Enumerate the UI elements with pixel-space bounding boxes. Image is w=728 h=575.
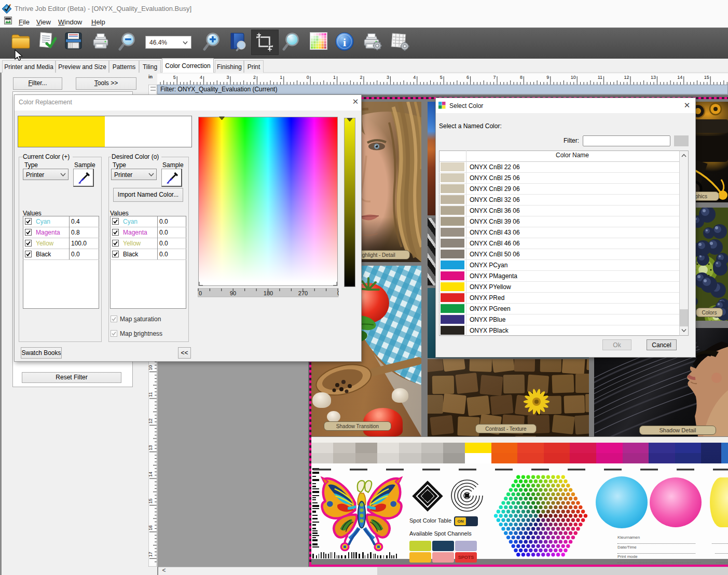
- svg-text:13: 13: [651, 75, 656, 80]
- svg-text:90: 90: [230, 290, 236, 296]
- svg-text:5: 5: [440, 75, 443, 80]
- svg-text:6: 6: [466, 75, 469, 80]
- svg-text:10: 10: [148, 365, 153, 370]
- svg-text:7: 7: [493, 75, 496, 80]
- svg-text:15: 15: [148, 498, 153, 503]
- svg-text:0: 0: [307, 75, 309, 80]
- svg-text:2: 2: [360, 75, 362, 80]
- svg-text:9: 9: [546, 75, 549, 80]
- svg-text:16: 16: [148, 525, 153, 530]
- svg-text:13: 13: [148, 445, 153, 450]
- svg-text:12: 12: [624, 75, 629, 80]
- svg-text:0: 0: [337, 290, 339, 296]
- svg-text:4: 4: [200, 75, 202, 80]
- svg-text:11: 11: [598, 75, 602, 80]
- svg-text:14: 14: [677, 75, 682, 80]
- svg-text:10: 10: [571, 75, 576, 80]
- svg-text:5: 5: [173, 75, 176, 80]
- svg-text:3: 3: [226, 75, 229, 80]
- svg-text:2: 2: [253, 75, 256, 80]
- svg-text:11: 11: [148, 392, 153, 397]
- svg-text:8: 8: [520, 75, 523, 80]
- svg-text:15: 15: [704, 75, 709, 80]
- svg-text:3: 3: [387, 75, 389, 80]
- svg-text:4: 4: [413, 75, 416, 80]
- svg-text:270: 270: [298, 290, 308, 296]
- svg-text:1: 1: [280, 75, 282, 80]
- svg-text:14: 14: [148, 472, 153, 477]
- svg-text:17: 17: [148, 552, 153, 557]
- svg-text:i: i: [343, 36, 346, 49]
- svg-text:12: 12: [148, 418, 153, 423]
- svg-text:180: 180: [264, 290, 273, 296]
- svg-text:1: 1: [333, 75, 336, 80]
- svg-text:0: 0: [199, 290, 202, 296]
